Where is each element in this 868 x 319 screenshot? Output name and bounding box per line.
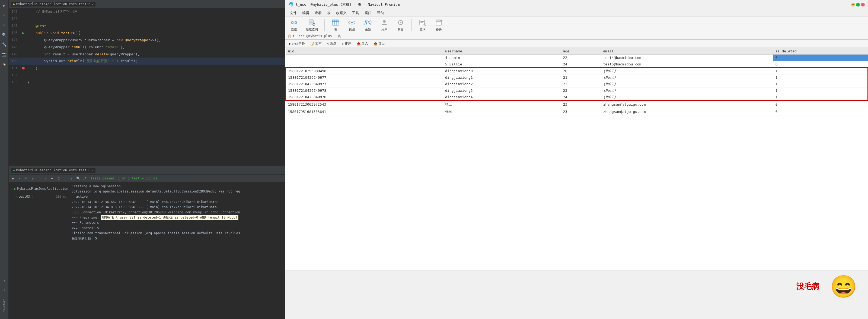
menu-table[interactable]: 表 (325, 10, 333, 16)
minimize-btn[interactable]: — (851, 3, 855, 6)
svg-point-4 (292, 22, 293, 23)
tb-user[interactable]: 用户 (378, 18, 391, 33)
table-row-deleted-1[interactable]: 158017210396989498 dingjiaxiong0 20 (Nul… (286, 67, 868, 75)
col-header-age[interactable]: age (561, 48, 601, 55)
sidebar-bottom-icon1[interactable]: ⬆ (1, 278, 8, 284)
sidebar-git-icon[interactable]: ⑂ (1, 22, 8, 28)
table-row[interactable]: 5 Billie 24 test5@baomidou.com 0 (286, 61, 868, 68)
tb-connect-label: 连接 (291, 27, 297, 31)
tb-view[interactable]: 视图 (345, 18, 358, 33)
run-regex-btn[interactable]: .* (82, 176, 87, 181)
close-btn[interactable]: ✕ (861, 3, 865, 6)
run-panel: ▶ MybatisPlusDemoApplicationTests.test03… (9, 166, 285, 319)
col-header-uid[interactable]: uid (286, 48, 443, 55)
cell-age: 24 (561, 94, 601, 101)
begin-transaction-label: 开始事务 (292, 41, 305, 46)
menu-view[interactable]: 查看 (312, 10, 324, 16)
test-tree-item-test03[interactable]: ✓ test03() 363 ms (9, 194, 68, 199)
sidebar-tool-icon[interactable]: 🔧 (1, 41, 8, 48)
bottom-emoji: 😄 (830, 276, 857, 297)
cell-is-deleted: 1 (773, 81, 868, 87)
subtb-export[interactable]: 📤 导出 (372, 41, 386, 47)
run-stop-btn[interactable]: ⊘ (23, 176, 29, 181)
sidebar-search-icon[interactable]: 🔍 (1, 31, 8, 38)
cell-age: 24 (561, 61, 601, 68)
run-deindent-btn[interactable]: ≣ (56, 176, 61, 181)
tab-close-icon[interactable]: ✕ (92, 3, 93, 6)
col-header-email[interactable]: email (601, 48, 773, 55)
subtb-import[interactable]: 📥 导入 (355, 41, 370, 47)
maximize-btn[interactable]: □ (856, 3, 860, 6)
run-sort-desc-btn[interactable]: ⇅ (43, 176, 48, 181)
run-tab[interactable]: ▶ MybatisPlusDemoApplicationTests.test03… (11, 168, 95, 173)
menu-tools[interactable]: 工具 (350, 10, 361, 16)
tb-backup[interactable]: 备份 (432, 18, 445, 33)
subtb-begin-transaction[interactable]: ▶ 开始事务 (287, 41, 307, 47)
menu-window[interactable]: 窗口 (362, 10, 374, 16)
code-line-147: 147 QueryWrapper<User> queryWrapper = ne… (9, 36, 285, 44)
subtb-text[interactable]: 📝 文本 (309, 41, 323, 47)
navicat-toolbar: 连接 新建查询 (285, 17, 868, 33)
tb-other[interactable]: 其它 (394, 18, 407, 33)
menu-file[interactable]: 文件 (287, 10, 299, 16)
sidebar-camera-icon[interactable]: 📷 (1, 51, 8, 58)
cell-is-deleted: 0 (773, 108, 868, 115)
navicat-data-table-container[interactable]: uid username age email is_deleted 4 admi… (285, 48, 868, 270)
col-header-username[interactable]: username (443, 48, 561, 55)
cell-age: 21 (561, 75, 601, 81)
run-search-btn[interactable]: 🔍 (75, 176, 81, 181)
table-row-deleted-5[interactable]: 158017210426349978 dingjiaxiong4 24 (Nul… (286, 94, 868, 101)
new-query-icon (308, 19, 316, 27)
ide-tab-test03[interactable]: ▶ MybatisPlusDemoApplicationTests.test03… (11, 2, 95, 6)
test-tree-root[interactable]: ✓ ▶ MybatisPlusDemoApplicationTests (cor… (9, 183, 68, 194)
console-line-6: JDBC Connection [HikariProxyConnection@3… (72, 210, 282, 215)
tb-user-label[interactable]: 用户 (381, 27, 388, 31)
run-up-btn[interactable]: ↑ (62, 176, 68, 181)
tb-function[interactable]: f(x) 函数 (362, 18, 375, 33)
table-row-deleted-3[interactable]: 158017210426349977 dingjiaxiong2 22 (Nul… (286, 81, 868, 87)
run-sort-asc-btn[interactable]: ↑↓ (36, 176, 42, 181)
run-play-btn[interactable]: ▶ (10, 176, 16, 181)
table-row[interactable]: 4 admin 22 test4@baomidou.com 0 (286, 55, 868, 61)
table-row[interactable]: 158017213063972543 张三 23 zhangsan@atguig… (286, 100, 868, 108)
tb-other-label: 其它 (398, 27, 404, 31)
navicat-panel: 🐬 t_user @mybatis_plus (本机) - 表 - Navica… (285, 0, 868, 319)
tb-connect[interactable]: 连接 (287, 18, 301, 33)
cell-uid: 158017210426349978 (286, 94, 443, 101)
tab-test-icon: ▶ (13, 2, 15, 6)
col-header-is-deleted[interactable]: is_deleted (773, 48, 868, 55)
subtb-sort[interactable]: ↕ 排序 (340, 41, 352, 47)
menu-help[interactable]: 帮助 (375, 10, 386, 16)
sidebar-bottom-icon2[interactable]: ⬇ (1, 286, 8, 293)
run-status: Tests passed: 1 of 1 test – 363 ms (91, 176, 157, 180)
sidebar-check-icon[interactable]: ✓ (1, 12, 8, 19)
code-line-143: 143 // 删除email为空的用户 (9, 8, 285, 15)
breakpoint-151[interactable] (22, 67, 25, 69)
cell-email: zhangsan@atguigu.com (601, 108, 773, 115)
run-check-btn[interactable]: ✓ (17, 176, 22, 181)
code-editor[interactable]: 143 // 删除email为空的用户 144 145 @Test 146 (9, 8, 285, 166)
code-line-144: 144 (9, 15, 285, 22)
console-line-result: 受影响的行数: 5 (72, 236, 282, 241)
tb-table[interactable]: 表 (329, 18, 342, 33)
table-row-deleted-2[interactable]: 158017210426349977 dingjiaxiong1 21 (Nul… (286, 75, 868, 81)
sidebar-bookmark-icon[interactable]: 🔖 (1, 61, 8, 67)
sidebar-run-icon[interactable]: ▶ (1, 2, 8, 9)
tb-query[interactable]: 查询 (416, 18, 429, 33)
cell-username: dingjiaxiong2 (443, 81, 561, 87)
cell-email: (Null) (601, 75, 773, 81)
subtb-filter[interactable]: ▽ 筛选 (326, 41, 338, 47)
tb-new-query[interactable]: 新建查询 (304, 18, 320, 33)
cell-username: 5 Billie (443, 61, 561, 68)
run-tab-close[interactable]: ✕ (92, 169, 93, 172)
table-row[interactable]: 158017951681503641 张三 23 zhangsan@atguig… (286, 108, 868, 115)
table-row-deleted-4[interactable]: 158017210426349978 dingjiaxiong3 23 (Nul… (286, 87, 868, 94)
menu-favorites[interactable]: 收藏夹 (334, 10, 349, 16)
run-down-btn[interactable]: ↓ (69, 176, 74, 181)
run-indent-btn[interactable]: ≡ (50, 176, 55, 181)
connect-icon (290, 19, 298, 27)
navicat-titlebar: 🐬 t_user @mybatis_plus (本机) - 表 - Navica… (285, 0, 868, 9)
run-reload-btn[interactable]: ↻ (30, 176, 35, 181)
bottom-emoji-area: 😄 (830, 276, 857, 297)
menu-edit[interactable]: 编辑 (300, 10, 311, 16)
